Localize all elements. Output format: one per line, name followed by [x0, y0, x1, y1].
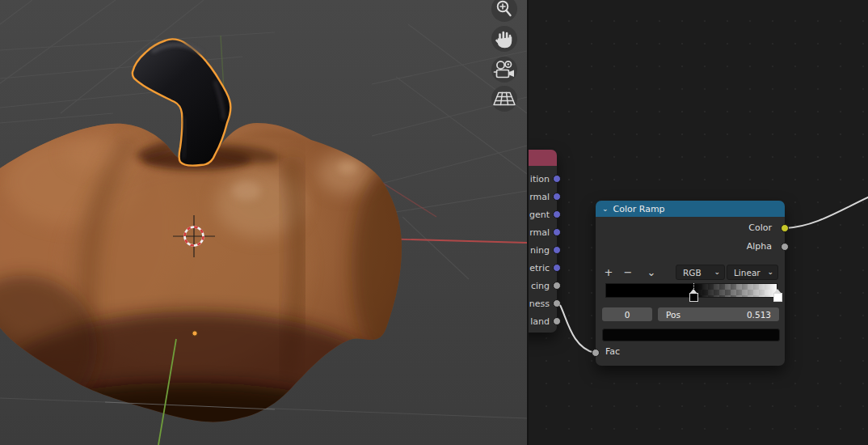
pan-hand-icon[interactable] [491, 26, 517, 52]
geometry-output-label: rmal [529, 192, 550, 202]
geometry-output-label: land [530, 316, 550, 327]
geometry-output-socket-gent[interactable] [553, 210, 561, 218]
geometry-output-label: cing [531, 281, 550, 291]
geometry-output-row-ning: ning [527, 241, 557, 259]
geometry-output-socket-rmal[interactable] [553, 228, 561, 236]
collapse-chevron-icon[interactable]: ⌄ [602, 206, 609, 213]
color-ramp-node[interactable]: ⌄ Color Ramp Color Alpha + − ⌄ RGB ⌄ Lin… [596, 201, 785, 366]
fac-input-socket[interactable] [592, 349, 600, 357]
geometry-output-row-etric: etric [527, 259, 557, 277]
fac-input-label: Fac [605, 346, 620, 357]
3d-viewport[interactable] [0, 0, 527, 445]
geometry-output-row-rmal: rmal [527, 188, 557, 206]
blender-window: itionrmalgentrmalningetriccingnessland ⌄… [0, 0, 868, 445]
color-output-socket[interactable] [781, 224, 789, 232]
specials-menu-button[interactable]: ⌄ [644, 265, 659, 279]
geometry-output-row-ness: ness [527, 295, 557, 312]
geometry-output-row-ition: ition [527, 170, 557, 188]
stop-index-field[interactable]: 0 [602, 307, 652, 321]
wire-pointiness-to-fac [560, 305, 595, 353]
geometry-node[interactable]: itionrmalgentrmalningetriccingnessland [527, 150, 557, 333]
geometry-output-label: gent [529, 210, 550, 220]
color-mode-value: RGB [683, 268, 702, 278]
stop-position-slider[interactable]: Pos 0.513 [658, 307, 779, 321]
geometry-output-socket-ition[interactable] [553, 175, 561, 183]
geometry-output-socket-etric[interactable] [553, 264, 561, 272]
geometry-node-outputs: itionrmalgentrmalningetriccingnessland [527, 166, 557, 330]
pos-value: 0.513 [747, 310, 771, 320]
color-output-label: Color [748, 222, 772, 234]
geometry-output-socket-ness[interactable] [553, 299, 561, 307]
geometry-output-label: ition [530, 174, 550, 184]
geometry-output-socket-cing[interactable] [553, 282, 561, 290]
active-stop-color-swatch[interactable] [602, 328, 780, 341]
shader-node-editor[interactable]: itionrmalgentrmalningetriccingnessland ⌄… [527, 0, 868, 445]
remove-stop-button[interactable]: − [622, 265, 634, 279]
geometry-output-row-gent: gent [527, 206, 557, 223]
geometry-output-socket-ning[interactable] [553, 246, 561, 254]
alpha-output-socket[interactable] [781, 243, 789, 251]
viewport-canvas [0, 0, 527, 445]
geometry-output-socket-rmal[interactable] [553, 193, 561, 201]
add-stop-button[interactable]: + [602, 265, 615, 279]
geometry-output-label: etric [529, 263, 550, 273]
geometry-output-label: rmal [529, 227, 550, 238]
chevron-down-icon: ⌄ [714, 269, 720, 276]
orthographic-grid-icon[interactable] [491, 86, 517, 112]
alpha-output-label: Alpha [747, 241, 772, 252]
ramp-stop-handle-1[interactable] [773, 289, 783, 302]
camera-view-icon[interactable] [491, 57, 517, 83]
geometry-output-row-land: land [527, 312, 557, 330]
geometry-output-row-cing: cing [527, 277, 557, 295]
pos-label: Pos [666, 310, 680, 320]
geometry-output-label: ness [529, 299, 550, 309]
color-ramp-header[interactable]: ⌄ Color Ramp [596, 201, 785, 217]
node-title: Color Ramp [613, 204, 665, 214]
ramp-stop-handle-0-selected[interactable] [689, 289, 699, 302]
geometry-node-header[interactable] [527, 150, 557, 166]
interpolation-dropdown[interactable]: Linear ⌄ [727, 265, 778, 280]
chevron-down-icon: ⌄ [767, 269, 773, 276]
geometry-output-row-rmal: rmal [527, 223, 557, 241]
geometry-output-label: ning [530, 245, 550, 256]
object-origin-dot [192, 331, 197, 336]
stop-index-value: 0 [625, 310, 630, 320]
color-mode-dropdown[interactable]: RGB ⌄ [676, 265, 725, 280]
wire-color-output [786, 196, 868, 228]
geometry-output-socket-land[interactable] [553, 317, 561, 325]
interpolation-value: Linear [734, 268, 761, 278]
